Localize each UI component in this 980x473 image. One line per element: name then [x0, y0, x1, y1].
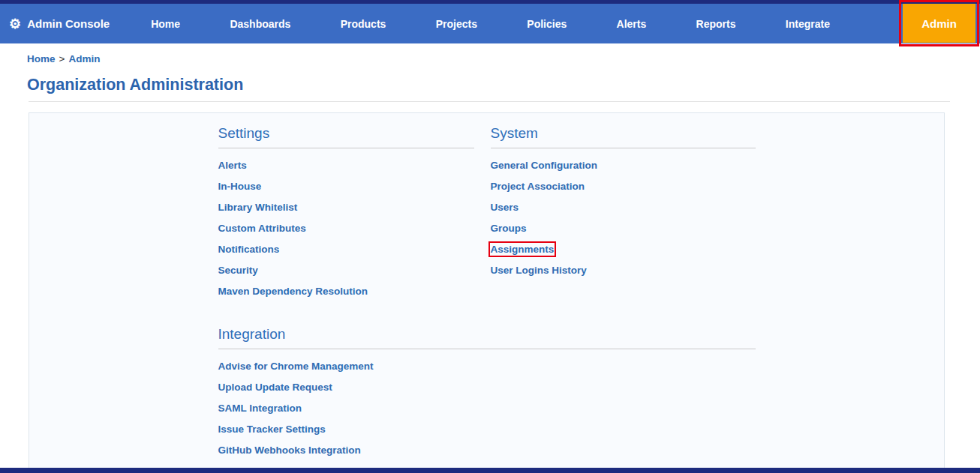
list-item: Users: [491, 201, 756, 213]
list-item: General Configuration: [491, 159, 756, 171]
link-security[interactable]: Security: [218, 265, 258, 276]
link-upload-update-request[interactable]: Upload Update Request: [218, 382, 332, 393]
nav-item-dashboards[interactable]: Dashboards: [230, 18, 290, 30]
nav-item-projects[interactable]: Projects: [436, 18, 477, 30]
list-item: Security: [218, 264, 474, 276]
settings-heading: Settings: [218, 125, 474, 148]
list-item: Alerts: [218, 159, 474, 171]
link-general-configuration[interactable]: General Configuration: [491, 160, 598, 171]
link-issue-tracker-settings[interactable]: Issue Tracker Settings: [218, 424, 326, 435]
link-in-house[interactable]: In-House: [218, 181, 262, 192]
nav-item-integrate[interactable]: Integrate: [786, 18, 830, 30]
settings-links: Alerts In-House Library Whitelist Custom…: [218, 159, 474, 297]
breadcrumb-separator: >: [59, 53, 65, 64]
link-custom-attributes[interactable]: Custom Attributes: [218, 223, 306, 234]
integration-heading: Integration: [218, 326, 756, 349]
list-item: Assignments: [491, 243, 756, 255]
list-item: SAML Integration: [218, 402, 756, 414]
system-links: General Configuration Project Associatio…: [491, 159, 756, 276]
page: ⚙ Admin Console Home Dashboards Products…: [0, 0, 980, 473]
brand-label: Admin Console: [27, 17, 110, 30]
nav-item-policies[interactable]: Policies: [527, 18, 567, 30]
admin-tab-button[interactable]: Admin: [903, 4, 975, 43]
breadcrumb-admin-link[interactable]: Admin: [68, 53, 100, 64]
list-item: Advise for Chrome Management: [218, 360, 756, 372]
system-section: System General Configuration Project Ass…: [491, 125, 756, 306]
nav-item-reports[interactable]: Reports: [696, 18, 736, 30]
list-item: Groups: [491, 222, 756, 234]
list-item: Custom Attributes: [218, 222, 474, 234]
list-item: GitHub Webhooks Integration: [218, 444, 756, 456]
link-github-webhooks-integration[interactable]: GitHub Webhooks Integration: [218, 445, 361, 456]
list-item: Upload Update Request: [218, 381, 756, 393]
system-heading: System: [491, 125, 756, 148]
list-item: Issue Tracker Settings: [218, 423, 756, 435]
link-saml-integration[interactable]: SAML Integration: [218, 403, 302, 414]
gear-icon: ⚙: [9, 17, 21, 31]
main-nav: Home Dashboards Products Projects Polici…: [151, 18, 830, 30]
title-divider: [29, 101, 950, 102]
main-content: Home>Admin Organization Administration S…: [0, 53, 980, 473]
link-assignments[interactable]: Assignments: [491, 244, 555, 255]
list-item: Notifications: [218, 243, 474, 255]
top-navigation: ⚙ Admin Console Home Dashboards Products…: [0, 0, 980, 43]
list-item: Maven Dependency Resolution: [218, 285, 474, 297]
link-user-logins-history[interactable]: User Logins History: [491, 265, 587, 276]
nav-item-products[interactable]: Products: [341, 18, 386, 30]
link-users[interactable]: Users: [491, 202, 519, 213]
breadcrumb-home-link[interactable]: Home: [27, 53, 56, 64]
list-item: User Logins History: [491, 264, 756, 276]
link-library-whitelist[interactable]: Library Whitelist: [218, 202, 298, 213]
link-advise-for-chrome-management[interactable]: Advise for Chrome Management: [218, 361, 374, 372]
nav-item-alerts[interactable]: Alerts: [617, 18, 647, 30]
integration-links: Advise for Chrome Management Upload Upda…: [218, 360, 756, 473]
admin-panel-grid: Settings Alerts In-House Library Whiteli…: [218, 125, 756, 473]
brand[interactable]: ⚙ Admin Console: [9, 17, 110, 31]
integration-section: Integration Advise for Chrome Management…: [218, 326, 756, 473]
navbar: ⚙ Admin Console Home Dashboards Products…: [0, 4, 980, 43]
footer-strip: [0, 468, 980, 473]
link-alerts[interactable]: Alerts: [218, 160, 247, 171]
link-groups[interactable]: Groups: [491, 223, 527, 234]
link-notifications[interactable]: Notifications: [218, 244, 280, 255]
admin-panel: Settings Alerts In-House Library Whiteli…: [29, 112, 945, 473]
list-item: Library Whitelist: [218, 201, 474, 213]
settings-section: Settings Alerts In-House Library Whiteli…: [218, 125, 474, 306]
link-maven-dependency-resolution[interactable]: Maven Dependency Resolution: [218, 286, 368, 297]
list-item: In-House: [218, 180, 474, 192]
breadcrumb: Home>Admin: [27, 53, 953, 64]
list-item: Project Association: [491, 180, 756, 192]
page-title: Organization Administration: [27, 76, 953, 94]
link-project-association[interactable]: Project Association: [491, 181, 585, 192]
nav-item-home[interactable]: Home: [151, 18, 180, 30]
